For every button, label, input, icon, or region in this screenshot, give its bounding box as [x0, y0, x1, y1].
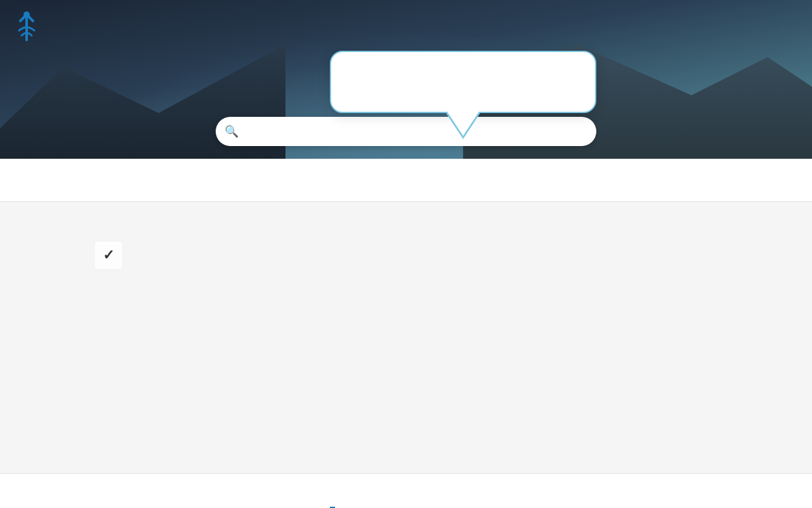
- tabs-bar: [0, 473, 812, 508]
- grid-item-10[interactable]: [211, 402, 402, 478]
- grid-item-9[interactable]: [13, 402, 204, 478]
- logo[interactable]: [0, 0, 812, 58]
- search-input[interactable]: [216, 117, 596, 146]
- close-button[interactable]: [776, 171, 796, 192]
- grid-item-6[interactable]: [211, 307, 402, 394]
- grid-item-7[interactable]: [410, 307, 601, 394]
- tab-nature[interactable]: [330, 474, 335, 509]
- tab-clock[interactable]: [477, 474, 482, 509]
- grid-item-5[interactable]: [13, 307, 204, 394]
- tab-art[interactable]: [367, 474, 372, 509]
- grid-item-2[interactable]: [211, 211, 402, 299]
- grid-item-4[interactable]: [608, 211, 799, 299]
- search-bar-container: 🔍: [216, 117, 596, 146]
- grid-item-8[interactable]: [608, 307, 799, 394]
- grid-item-3[interactable]: [410, 211, 601, 299]
- image-grid: [0, 202, 812, 478]
- search-icon: 🔍: [225, 124, 239, 138]
- svg-point-0: [23, 11, 30, 18]
- modal-header: [0, 159, 812, 202]
- grid-item-1[interactable]: [13, 211, 204, 299]
- tab-productivity[interactable]: [440, 474, 445, 509]
- tooltip-text: [357, 71, 570, 93]
- background-chooser-modal: [0, 159, 812, 508]
- logo-icon: [13, 11, 41, 46]
- tab-note[interactable]: [403, 474, 409, 509]
- tooltip-bubble: [330, 51, 596, 113]
